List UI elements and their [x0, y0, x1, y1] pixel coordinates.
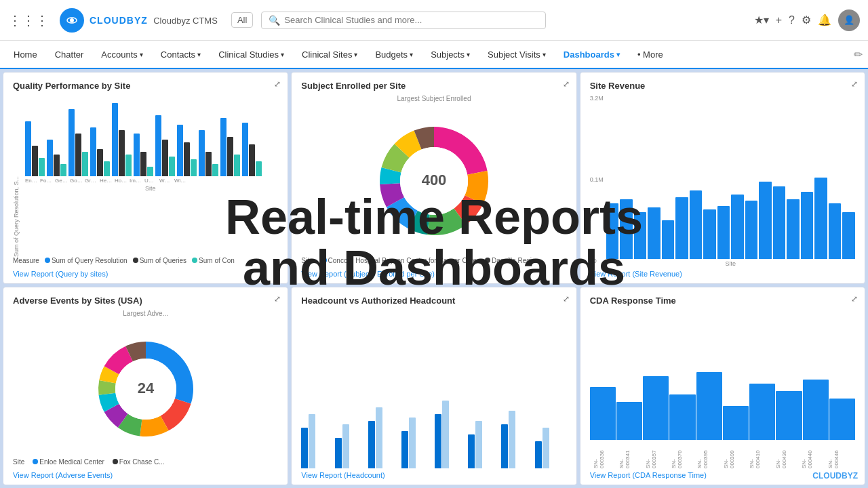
subject-enrolled-donut-wrap: 400: [301, 105, 566, 257]
quality-y-axis-label: Sum of Query Resolution, S...: [13, 95, 20, 257]
edit-nav-icon[interactable]: ✏: [854, 48, 863, 61]
headcount-bar-group: [401, 418, 433, 468]
legend-item: Danville Regio: [485, 257, 535, 264]
cda-x-labels: SN-000336SN-000341SN-000357SN-000370SN-0…: [590, 440, 855, 468]
revenue-bar: [787, 199, 800, 259]
legend-item: Sum of Queries: [133, 257, 186, 264]
quality-bar: [191, 159, 197, 176]
clinical-sites-chevron-icon: ▾: [354, 51, 357, 58]
budgets-chevron-icon: ▾: [410, 51, 413, 58]
headcount-bar-group: [301, 414, 333, 468]
quality-bar: [199, 130, 205, 176]
subject-enrolled-footer-link[interactable]: View Report (Subjects Enrolled per Site): [301, 267, 566, 278]
avatar[interactable]: 👤: [838, 9, 860, 31]
x-label: Fox Cha...: [40, 178, 53, 184]
nav-subjects[interactable]: Subjects ▾: [422, 41, 478, 69]
nav-chatter[interactable]: Chatter: [47, 41, 92, 69]
headcount-bar-group: [468, 421, 500, 468]
headcount-bar-group: [435, 401, 467, 468]
nav-accounts[interactable]: Accounts ▾: [93, 41, 151, 69]
search-bar: 🔍: [261, 12, 546, 29]
contacts-chevron-icon: ▾: [197, 51, 201, 58]
revenue-y-label: 0.1M: [590, 176, 604, 183]
adverse-events-expand-icon[interactable]: ⤢: [274, 294, 281, 304]
cda-bar: [803, 380, 829, 440]
adverse-events-center-label: Largest Adve...: [13, 310, 278, 317]
quality-bar: [82, 152, 88, 176]
quality-bar: [249, 144, 255, 176]
favorites-icon[interactable]: ★▾: [754, 14, 769, 26]
bar-group: [177, 125, 197, 176]
quality-legend: Measure Sum of Query ResolutionSum of Qu…: [13, 257, 278, 264]
subject-enrolled-donut: 400: [373, 120, 495, 242]
help-icon[interactable]: ?: [789, 14, 795, 26]
headcount-bar: [468, 434, 475, 468]
search-input[interactable]: [284, 15, 538, 25]
x-label: William...: [174, 178, 187, 184]
headcount-bar: [342, 424, 349, 468]
dashboards-chevron-icon: ▾: [616, 51, 620, 58]
site-revenue-expand-icon[interactable]: ⤢: [851, 79, 858, 89]
quality-bar: [112, 103, 118, 176]
revenue-bar: [634, 212, 647, 259]
headcount-bar: [542, 428, 549, 468]
dashboard-grid: ⤢ Quality Performance by Site Sum of Que…: [0, 69, 868, 488]
cda-x-label: SN-000399: [723, 441, 748, 468]
x-label: Good S...: [70, 178, 83, 184]
cda-response-expand-icon[interactable]: ⤢: [851, 294, 858, 304]
headcount-bar: [509, 411, 515, 468]
nav-contacts[interactable]: Contacts ▾: [153, 41, 209, 69]
headcount-bar: [335, 438, 342, 468]
notifications-icon[interactable]: 🔔: [818, 14, 831, 26]
subject-enrolled-expand-icon[interactable]: ⤢: [563, 79, 570, 89]
quality-bar: [140, 152, 146, 176]
navbar: Home Chatter Accounts ▾ Contacts ▾ Clini…: [0, 41, 868, 69]
adverse-events-footer-link[interactable]: View Report (Adverse Events): [13, 468, 278, 479]
revenue-site-label: Site: [606, 260, 855, 267]
headcount-expand-icon[interactable]: ⤢: [563, 294, 570, 304]
bar-group: [112, 103, 132, 176]
quality-bar: [68, 109, 75, 176]
nav-clinical-studies[interactable]: Clinical Studies ▾: [210, 41, 292, 69]
cda-bar: [776, 391, 802, 440]
site-revenue-card: ⤢ Site Revenue 3.2M0.1M50 Site View Repo…: [580, 72, 865, 284]
nav-more[interactable]: • More: [629, 41, 671, 69]
revenue-bar: [620, 199, 633, 259]
x-label: Geaug...: [55, 178, 68, 184]
quality-bar: [75, 134, 81, 176]
quality-x-labels: Enloe M...Fox Cha...Geaug...Good S...Gra…: [22, 176, 278, 184]
add-icon[interactable]: +: [776, 14, 782, 26]
cda-bar: [696, 372, 722, 440]
cda-x-label: SN-000430: [775, 441, 800, 468]
bar-group: [155, 115, 175, 176]
quality-footer-link[interactable]: View Report (Query by sites): [13, 267, 278, 278]
bar-group: [199, 130, 218, 176]
apps-icon[interactable]: ⋮⋮⋮: [8, 12, 49, 28]
headcount-bar: [401, 431, 408, 468]
nav-budgets[interactable]: Budgets ▾: [367, 41, 421, 69]
cda-x-label: SN-000357: [645, 441, 670, 468]
cda-response-card: ⤢ CDA Response Time SN-000336SN-000341SN…: [580, 287, 865, 485]
quality-performance-card: ⤢ Quality Performance by Site Sum of Que…: [3, 72, 288, 284]
subjects-chevron-icon: ▾: [467, 51, 470, 58]
quality-bar: [242, 123, 248, 176]
headcount-bar: [442, 401, 449, 468]
subject-enrolled-center-label: Largest Subject Enrolled: [301, 95, 566, 102]
nav-dashboards[interactable]: Dashboards ▾: [555, 41, 628, 69]
quality-bar: [256, 161, 262, 176]
nav-clinical-sites[interactable]: Clinical Sites ▾: [294, 41, 366, 69]
search-filter-dropdown[interactable]: All: [231, 12, 253, 28]
quality-bar: [205, 152, 212, 176]
cda-bar: [829, 399, 855, 440]
site-revenue-footer-link[interactable]: View Report (Site Revenue): [590, 267, 855, 278]
headcount-bar-group: [535, 428, 567, 468]
settings-icon[interactable]: ⚙: [802, 14, 811, 26]
revenue-bar: [773, 186, 786, 259]
headcount-footer-link[interactable]: View Report (Headcount): [301, 468, 566, 479]
nav-home[interactable]: Home: [5, 41, 45, 69]
headcount-bar: [309, 414, 315, 468]
bar-group: [90, 127, 110, 176]
quality-performance-expand-icon[interactable]: ⤢: [274, 79, 281, 89]
svg-text:24: 24: [137, 380, 154, 396]
nav-subject-visits[interactable]: Subject Visits ▾: [479, 41, 554, 69]
